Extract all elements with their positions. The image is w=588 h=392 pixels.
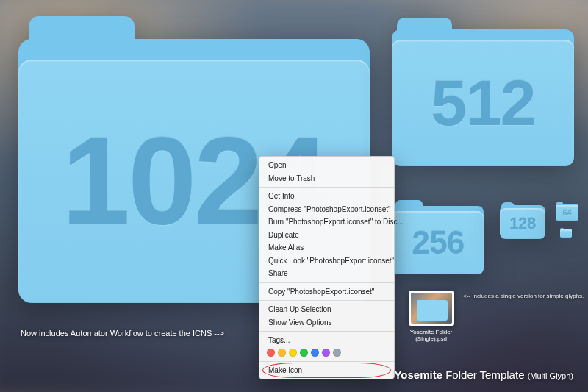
menu-tag-colors: [259, 347, 394, 359]
tag-color-dot[interactable]: [278, 349, 286, 357]
menu-move-to-trash[interactable]: Move to Trash: [259, 172, 394, 185]
folder-label: 256: [412, 224, 465, 261]
tag-color-dot[interactable]: [311, 349, 319, 357]
menu-get-info[interactable]: Get Info: [259, 190, 394, 203]
tag-color-dot[interactable]: [300, 349, 308, 357]
single-psd-thumbnail[interactable]: Yosemite Folder (Single).psd: [404, 291, 459, 342]
menu-compress[interactable]: Compress "PhotoshopExport.iconset": [259, 203, 394, 216]
folder-128[interactable]: 128: [500, 202, 545, 239]
menu-share[interactable]: Share: [259, 267, 394, 280]
menu-burn[interactable]: Burn "PhotoshopExport.iconset" to Disc..…: [259, 215, 394, 229]
menu-tags[interactable]: Tags...: [259, 334, 394, 347]
tag-color-dot[interactable]: [289, 349, 297, 357]
folder-64[interactable]: 64: [556, 202, 578, 221]
menu-quick-look[interactable]: Quick Look "PhotoshopExport.iconset": [259, 254, 394, 268]
menu-clean-up[interactable]: Clean Up Selection: [259, 303, 394, 316]
folder-32[interactable]: [560, 228, 572, 238]
folder-256[interactable]: 256: [392, 200, 484, 274]
folder-label: 512: [431, 65, 535, 140]
caption-automator: Now includes Automator Workflow to creat…: [21, 329, 224, 338]
menu-duplicate[interactable]: Duplicate: [259, 229, 394, 242]
menu-copy[interactable]: Copy "PhotoshopExport.iconset": [259, 285, 394, 299]
page-title: Yosemite Folder Template (Multi Glyph): [394, 368, 573, 382]
folder-512[interactable]: 512: [392, 18, 574, 166]
tag-color-dot[interactable]: [322, 349, 330, 357]
folder-label: 64: [563, 208, 572, 217]
thumbnail-label: Yosemite Folder (Single).psd: [404, 329, 459, 342]
menu-make-alias[interactable]: Make Alias: [259, 241, 394, 254]
menu-view-options[interactable]: Show View Options: [259, 316, 394, 329]
folder-label: 128: [509, 214, 535, 233]
tag-color-dot[interactable]: [333, 349, 341, 357]
context-menu: Open Move to Trash Get Info Compress "Ph…: [259, 156, 395, 379]
tag-color-dot[interactable]: [267, 349, 275, 357]
menu-open[interactable]: Open: [259, 159, 394, 172]
menu-make-icon[interactable]: Make Icon: [259, 364, 394, 377]
caption-single-version: <-- Includes a single version for simple…: [463, 293, 584, 299]
